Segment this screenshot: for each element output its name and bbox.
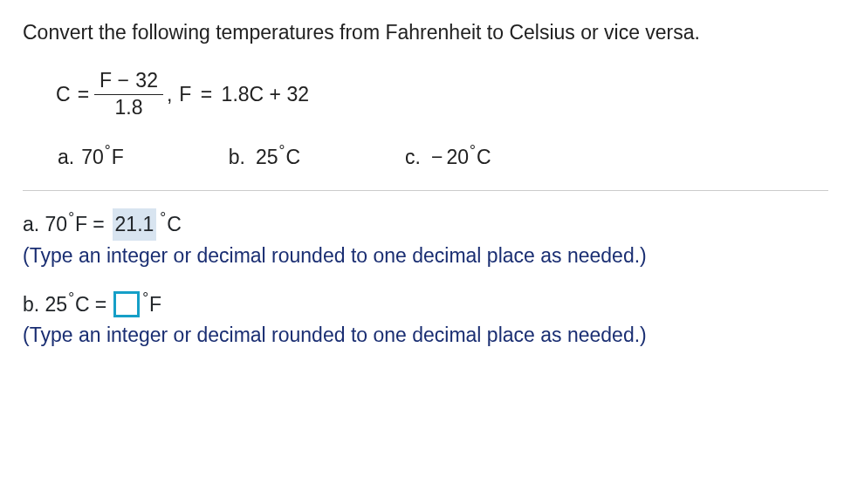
option-a-unit: F (112, 146, 124, 169)
answer-b-line: b. 25°C = °F (23, 289, 828, 320)
option-c-letter: c. (405, 146, 421, 169)
options-row: a. 70°F b. 25°C c. − 20°C (58, 146, 828, 169)
option-b: b. 25°C (229, 146, 300, 169)
answer-a-prefix: a. 70 (23, 209, 67, 240)
formulas-row: C = F − 32 1.8 , F = 1.8C + 32 (56, 69, 828, 119)
formula-comma: , (167, 83, 172, 106)
option-a: a. 70°F (58, 146, 124, 169)
degree-icon: ° (279, 141, 285, 160)
answer-b-input[interactable] (113, 291, 140, 317)
degree-icon: ° (68, 287, 74, 310)
equals-sign: = (78, 83, 89, 106)
f-var: F (179, 83, 191, 106)
f-equals: = (201, 83, 212, 106)
option-c-minus: − (431, 146, 443, 169)
answer-b-instruction: (Type an integer or decimal rounded to o… (23, 320, 828, 351)
question-text: Convert the following temperatures from … (23, 19, 828, 46)
num-const: 32 (135, 69, 158, 92)
answer-a-line: a. 70°F = 21.1 °C (23, 208, 828, 241)
option-b-value: 25 (256, 146, 278, 169)
num-f: F (100, 69, 112, 92)
option-a-letter: a. (58, 146, 74, 169)
option-c-value: 20 (446, 146, 469, 169)
degree-icon: ° (160, 207, 166, 229)
answer-b-equals: = (95, 289, 106, 320)
option-c: c. − 20°C (405, 146, 491, 169)
answer-b-prefix: b. 25 (23, 289, 67, 320)
answer-a-instruction: (Type an integer or decimal rounded to o… (23, 241, 828, 271)
celsius-formula: C = F − 32 1.8 , (56, 69, 174, 119)
answer-a-value[interactable]: 21.1 (113, 208, 157, 241)
answer-b-prefix-unit: C (75, 289, 90, 320)
degree-icon: ° (142, 287, 148, 310)
fraction-numerator: F − 32 (94, 69, 163, 94)
f-rhs: 1.8C + 32 (222, 83, 309, 106)
fahrenheit-formula: F = 1.8C + 32 (179, 83, 309, 106)
option-b-unit: C (285, 146, 300, 169)
answer-b-block: b. 25°C = °F (Type an integer or decimal… (23, 289, 828, 350)
fraction-denominator: 1.8 (94, 94, 163, 120)
fraction: F − 32 1.8 (94, 69, 163, 119)
var-c: C (56, 83, 71, 106)
option-c-unit: C (477, 146, 491, 169)
answer-b-result-unit: F (149, 289, 161, 320)
option-b-letter: b. (229, 146, 245, 169)
degree-icon: ° (105, 141, 111, 160)
option-a-value: 70 (81, 146, 104, 169)
degree-icon: ° (68, 207, 74, 229)
num-minus: − (118, 69, 130, 92)
divider (23, 190, 828, 191)
answer-a-equals: = (93, 209, 104, 240)
answer-a-result-unit: C (167, 209, 182, 240)
degree-icon: ° (470, 141, 476, 160)
answer-a-block: a. 70°F = 21.1 °C (Type an integer or de… (23, 208, 828, 270)
answer-a-prefix-unit: F (75, 209, 87, 240)
